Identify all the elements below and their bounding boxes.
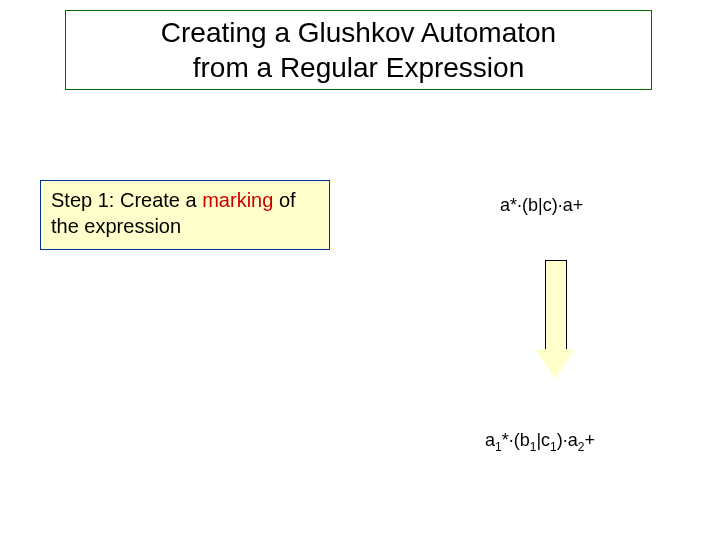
- eb-p5: +: [584, 430, 595, 450]
- eb-s3: 1: [550, 440, 557, 454]
- arrow-head: [535, 349, 575, 379]
- expression-top: a*·(b|c)·a+: [500, 195, 583, 216]
- eb-p4: )·a: [557, 430, 578, 450]
- expr-top-text: a*·(b|c)·a+: [500, 195, 583, 215]
- title-line1: Creating a Glushkov Automaton: [161, 17, 556, 48]
- title-line2: from a Regular Expression: [193, 52, 524, 83]
- down-arrow: [535, 260, 575, 380]
- step-highlight: marking: [202, 189, 273, 211]
- eb-s1: 1: [495, 440, 502, 454]
- slide-title-box: Creating a Glushkov Automaton from a Reg…: [65, 10, 652, 90]
- eb-p1: a: [485, 430, 495, 450]
- eb-p2: *·(b: [502, 430, 530, 450]
- expression-bottom: a1*·(b1|c1)·a2+: [485, 430, 595, 454]
- eb-p3: |c: [536, 430, 550, 450]
- arrow-shaft: [545, 260, 567, 351]
- step-box: Step 1: Create a marking of the expressi…: [40, 180, 330, 250]
- step-prefix: Step 1: Create a: [51, 189, 202, 211]
- slide-title: Creating a Glushkov Automaton from a Reg…: [161, 15, 556, 85]
